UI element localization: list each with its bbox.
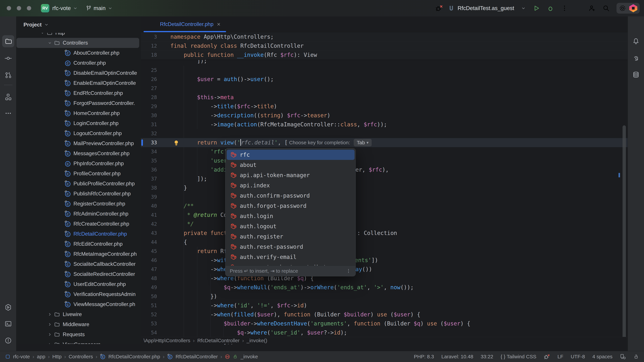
- status-4-spaces[interactable]: 4 spaces: [592, 354, 612, 360]
- code-line-54[interactable]: 54$q->where('user_id', $user?->id);: [141, 328, 628, 337]
- tree-file-phpinfocontroller-php[interactable]: C PhpInfoController.php: [16, 159, 141, 169]
- completion-item-auth-verify-email[interactable]: auth.verify-email: [227, 252, 354, 262]
- code-line-25[interactable]: 25: [141, 66, 628, 75]
- code-line-48[interactable]: 48->where(function (Builder $q) {: [141, 274, 628, 283]
- tree-file-messagescontroller-php[interactable]: C MessagesController.php: [16, 148, 141, 159]
- tree-file-publicprofilecontroller-php[interactable]: C PublicProfileController.php: [16, 179, 141, 189]
- completion-item-auth-reset-password[interactable]: auth.reset-password: [227, 242, 354, 252]
- editor-scrollbar[interactable]: [622, 125, 626, 342]
- completion-item-components-about-contributors[interactable]: components.about-contributors: [227, 262, 354, 266]
- project-switcher[interactable]: rfc-vote: [52, 5, 71, 11]
- status-lf[interactable]: LF: [558, 354, 563, 360]
- code-line-12[interactable]: 12final readonly class RfcDetailControll…: [141, 41, 628, 50]
- status-utf-8[interactable]: UTF-8: [571, 354, 585, 360]
- toolstrip-more-tools-button[interactable]: [2, 107, 14, 119]
- tree-file-mailpreviewcontroller-php[interactable]: C MailPreviewController.php: [16, 138, 141, 148]
- code-line-49[interactable]: 49$q->whereNull('ends_at')->orWhere('end…: [141, 283, 628, 292]
- completion-item-auth-register[interactable]: auth.register: [227, 231, 354, 242]
- breadcrumb-item[interactable]: RfcDetailController: [197, 338, 240, 344]
- project-panel-header[interactable]: Project: [16, 16, 141, 33]
- editor-tab[interactable]: RfcDetailController.php: [144, 16, 226, 32]
- code-line-52[interactable]: 52->when(filled($user), function (Builde…: [141, 310, 628, 319]
- status--tailwind-css[interactable]: { } Tailwind CSS: [500, 354, 536, 360]
- more-actions-kebab-icon[interactable]: [561, 4, 568, 12]
- breadcrumb-item[interactable]: _invoke(): [246, 338, 267, 344]
- status-php-8-3[interactable]: PHP: 8.3: [414, 354, 434, 360]
- run-configuration-selector[interactable]: RfcDetailTest.as_guest: [458, 5, 514, 11]
- tree-file-rfceditcontroller-php[interactable]: C RfcEditController.php: [16, 239, 141, 249]
- code-line-29[interactable]: 29->title($rfc->title): [141, 102, 628, 111]
- lock-icon[interactable]: [633, 354, 639, 360]
- completion-hint-key[interactable]: Tab▾: [354, 139, 372, 146]
- run-button[interactable]: [533, 4, 540, 12]
- toolstrip-problems-button[interactable]: [2, 335, 14, 347]
- nav-rfcdetailcontroller-php[interactable]: RfcDetailController.php: [108, 354, 160, 360]
- tree-file-viewmessagecontroller-ph[interactable]: C ViewMessageController.ph: [16, 299, 141, 309]
- tree-file-usereditcontroller-php[interactable]: C UserEditController.php: [16, 279, 141, 289]
- completion-item-auth-login[interactable]: auth.login: [227, 211, 354, 221]
- tree-folder-requests[interactable]: Requests: [16, 330, 141, 340]
- code-line-41[interactable]: 41* @return Co: [141, 211, 628, 220]
- tree-file-publishrfccontroller-php[interactable]: C PublishRfcController.php: [16, 189, 141, 199]
- nav-rfcdetailcontroller[interactable]: RfcDetailController: [176, 354, 218, 360]
- code-line-32[interactable]: 32: [141, 129, 628, 138]
- code-line-46[interactable]: 46->witents']): [141, 256, 628, 265]
- nav-app[interactable]: app: [37, 354, 45, 360]
- code-line-51[interactable]: 51->where('id', '!=', $rfc->id): [141, 301, 628, 310]
- tree-file-forgotpasswordcontroller-[interactable]: C ForgotPasswordController.: [16, 98, 141, 108]
- completion-options-kebab-icon[interactable]: [346, 268, 351, 274]
- code-line-39[interactable]: 39: [141, 192, 628, 201]
- chevron-right-icon[interactable]: [46, 343, 54, 344]
- search-everywhere-icon[interactable]: [602, 4, 610, 12]
- branch-switcher[interactable]: main: [94, 5, 106, 11]
- tree-file-disableemailoptincontrolle[interactable]: C DisableEmailOptinControlle: [16, 68, 141, 78]
- window-controls[interactable]: [7, 6, 31, 10]
- indent-options-icon[interactable]: [620, 354, 626, 360]
- tree-folder-controllers[interactable]: Controllers: [16, 38, 141, 48]
- toolstrip-pull-requests-button[interactable]: [2, 69, 14, 81]
- code-line-30[interactable]: 30->description((string) $rfc->teaser): [141, 111, 628, 120]
- tree-file-rfcmetaimagecontroller-ph[interactable]: C RfcMetaImageController.ph: [16, 249, 141, 259]
- chevron-down-icon[interactable]: [46, 41, 54, 45]
- tree-folder-viewcomposers[interactable]: ViewComposers: [16, 340, 141, 344]
- code-line-35[interactable]: 35'user: [141, 156, 628, 165]
- code-line-42[interactable]: 42*/: [141, 220, 628, 229]
- tree-file-logincontroller-php[interactable]: C LoginController.php: [16, 118, 141, 128]
- completion-item-auth-confirm-password[interactable]: auth.confirm-password: [227, 191, 354, 201]
- code-line-40[interactable]: 40/**: [141, 201, 628, 211]
- code-line-3[interactable]: 3namespace App\Http\Controllers;: [141, 32, 628, 41]
- tree-file-endrfccontroller-php[interactable]: C EndRfcController.php: [16, 88, 141, 98]
- tree-folder-http[interactable]: Http: [16, 33, 141, 38]
- jetbrains-ai-icon[interactable]: [629, 4, 637, 12]
- nav-rfc-vote[interactable]: rfc-vote: [13, 354, 30, 360]
- tree-file-profilecontroller-php[interactable]: C ProfileController.php: [16, 169, 141, 179]
- tree-file-verificationrequestsadmin[interactable]: C VerificationRequestsAdmin: [16, 289, 141, 299]
- completion-item-rfc[interactable]: rfc: [227, 150, 354, 160]
- bug-disabled-icon[interactable]: [544, 354, 550, 360]
- toolstrip-structure-button[interactable]: [2, 91, 14, 103]
- toolstrip-terminal-button[interactable]: [2, 318, 14, 330]
- toolstrip-ai-assistant-button[interactable]: [630, 52, 642, 64]
- code-line-28[interactable]: 28$this->meta: [141, 93, 628, 102]
- code-line-26[interactable]: 26$user = auth()->user();: [141, 75, 628, 84]
- method-icon[interactable]: [225, 354, 230, 359]
- window-close-button[interactable]: [7, 6, 11, 10]
- status-33-22[interactable]: 33:22: [481, 354, 493, 360]
- code-line-33[interactable]: 33return view('rfc.detail', [Choose key …: [141, 138, 628, 147]
- code-line-38[interactable]: 38}: [141, 183, 628, 192]
- project-avatar[interactable]: RV: [41, 4, 49, 12]
- tree-folder-middleware[interactable]: Middleware: [16, 320, 141, 330]
- chevron-right-icon[interactable]: [46, 322, 54, 327]
- code-line-53[interactable]: 53$builder->whereDoesntHave('arguments',…: [141, 319, 628, 328]
- code-with-me-icon[interactable]: [588, 4, 596, 12]
- tree-file-rfccreatecontroller-php[interactable]: C RfcCreateController.php: [16, 219, 141, 229]
- code-line-47[interactable]: 47->wheay()): [141, 265, 628, 274]
- intention-bulb-icon[interactable]: [173, 139, 180, 146]
- nav--invoke[interactable]: _invoke: [240, 354, 258, 360]
- window-minimize-button[interactable]: [17, 6, 21, 10]
- module-icon[interactable]: [5, 354, 10, 359]
- toolstrip-notifications-button[interactable]: [630, 35, 642, 47]
- tree-file-registercontroller-php[interactable]: C RegisterController.php: [16, 199, 141, 209]
- code-line-31[interactable]: 31->image(action(RfcMetaImageController:…: [141, 120, 628, 129]
- code-line-43[interactable]: 43private funct: Collection: [141, 229, 628, 238]
